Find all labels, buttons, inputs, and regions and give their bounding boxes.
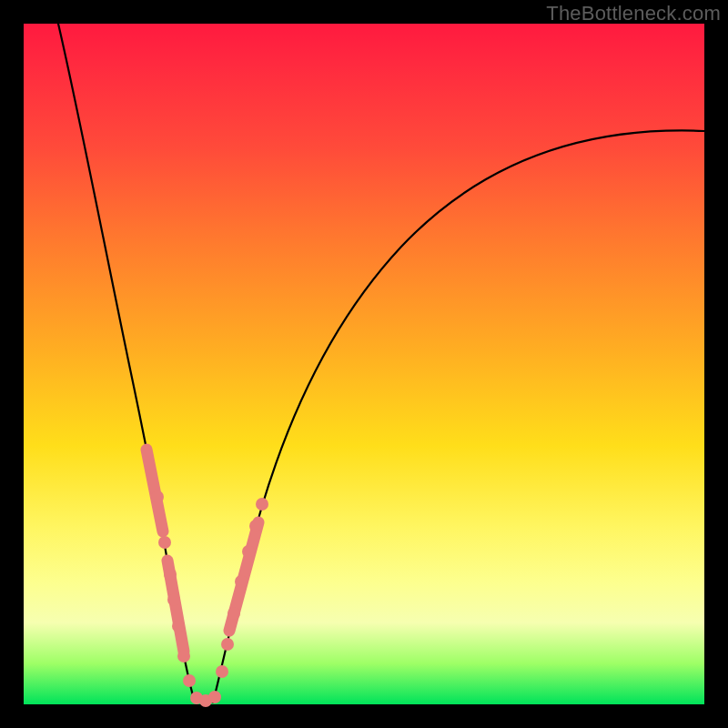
chart-frame: TheBottleneck.com [0,0,728,728]
marker-dot [249,520,262,532]
marker-dot [228,607,240,620]
marker-dot [177,650,190,662]
bottleneck-curve [24,24,704,704]
marker-dot [208,691,221,703]
marker-dot [167,593,180,606]
marker-segment-left-upper [147,450,163,531]
marker-dot [158,536,171,549]
watermark-text: TheBottleneck.com [546,2,721,25]
marker-dot [235,575,248,588]
marker-dot [216,665,228,678]
marker-group [147,450,268,707]
plot-area [24,24,704,704]
marker-dot [172,620,185,632]
marker-dot [242,545,255,558]
marker-dot [256,498,268,511]
curve-right-branch [213,130,704,703]
marker-dot [221,638,234,651]
marker-dot [164,568,177,581]
marker-dot [151,490,164,503]
marker-dot [183,674,196,687]
